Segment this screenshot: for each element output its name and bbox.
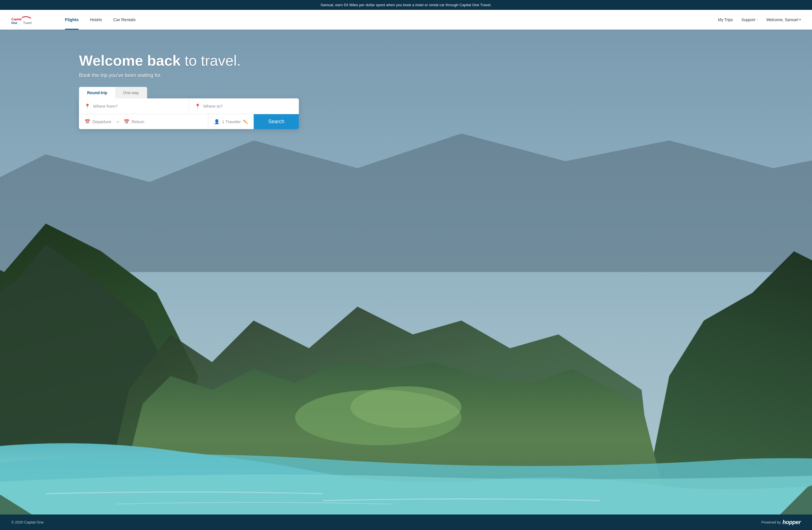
my-trips-link[interactable]: My Trips <box>718 17 733 22</box>
hero-content: Welcome back to travel. Book the trip yo… <box>0 30 812 146</box>
promo-banner: Samual, earn 5X Miles per dollar spent w… <box>0 0 812 10</box>
nav-item-flights[interactable]: Flights <box>59 10 84 30</box>
search-form: 📍 Where from? 📍 Where to? 📅 Departure → … <box>79 98 299 129</box>
dates-travelers-row: 📅 Departure → 📅 Return 👤 1 Traveler ✏️ S… <box>79 114 299 129</box>
copyright-text: © 2020 Capital One <box>11 520 43 524</box>
traveler-person-icon: 👤 <box>214 119 220 124</box>
trip-type-toggle: Round-trip One-way <box>79 87 147 98</box>
date-field[interactable]: 📅 Departure → 📅 Return <box>79 114 208 129</box>
svg-text:Travel: Travel <box>23 21 32 25</box>
travelers-field[interactable]: 👤 1 Traveler ✏️ <box>208 114 254 129</box>
nav-menu: Flights Hotels Car Rentals <box>59 10 718 30</box>
location-row: 📍 Where from? 📍 Where to? <box>79 98 299 114</box>
powered-by: Powered by hopper <box>762 519 801 526</box>
calendar-return-icon: 📅 <box>124 119 129 124</box>
navbar-right: My Trips Support ↑ Welcome, Samuel ▾ <box>718 17 801 22</box>
hero-section: Welcome back to travel. Book the trip yo… <box>0 30 812 515</box>
user-menu-chevron-icon: ▾ <box>799 18 801 21</box>
where-to-placeholder: Where to? <box>203 104 223 108</box>
promo-banner-text: Samual, earn 5X Miles per dollar spent w… <box>321 3 492 7</box>
navbar: Capital One Travel Flights Hotels Car Re… <box>0 10 812 30</box>
svg-text:Capital: Capital <box>11 17 22 21</box>
hero-subtitle: Book the trip you've been waiting for. <box>79 72 733 78</box>
footer: © 2020 Capital One Powered by hopper <box>0 515 812 530</box>
hopper-logo: hopper <box>782 519 801 526</box>
destination-pin-icon: 📍 <box>195 103 201 109</box>
svg-point-5 <box>350 386 461 428</box>
departure-label: Departure <box>92 119 111 124</box>
return-label: Return <box>132 119 144 124</box>
date-arrow-icon: → <box>115 119 120 124</box>
round-trip-button[interactable]: Round-trip <box>79 87 115 98</box>
where-from-field[interactable]: 📍 Where from? <box>79 98 189 114</box>
location-pin-icon: 📍 <box>85 103 90 109</box>
support-link[interactable]: Support ↑ <box>741 17 758 22</box>
logo[interactable]: Capital One Travel <box>11 14 45 25</box>
search-button[interactable]: Search <box>254 114 299 129</box>
nav-item-hotels[interactable]: Hotels <box>84 10 108 30</box>
where-to-field[interactable]: 📍 Where to? <box>189 98 299 114</box>
travelers-label: 1 Traveler <box>222 119 241 124</box>
one-way-button[interactable]: One-way <box>115 87 147 98</box>
nav-item-car-rentals[interactable]: Car Rentals <box>108 10 141 30</box>
calendar-departure-icon: 📅 <box>85 119 90 124</box>
where-from-placeholder: Where from? <box>93 104 118 108</box>
svg-text:One: One <box>11 21 17 25</box>
support-arrow-icon: ↑ <box>756 18 758 21</box>
user-menu[interactable]: Welcome, Samuel ▾ <box>766 17 801 22</box>
edit-travelers-icon: ✏️ <box>243 119 248 124</box>
hero-title: Welcome back to travel. <box>79 52 733 69</box>
